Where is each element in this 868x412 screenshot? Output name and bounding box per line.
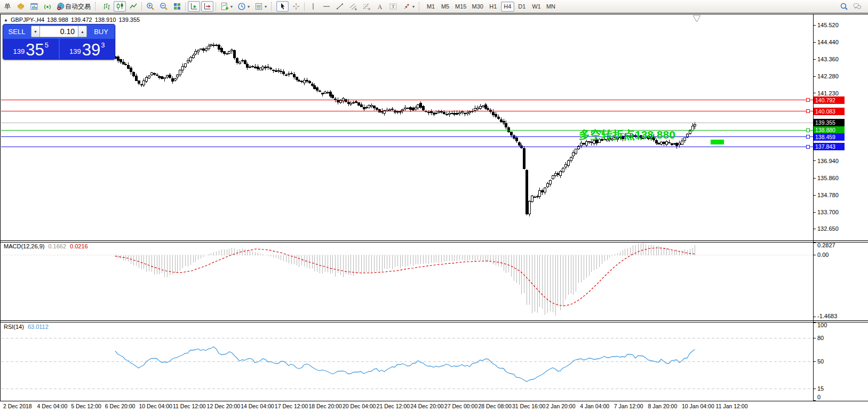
- chart-shift-marker[interactable]: [693, 15, 700, 22]
- volume-stepper: ▼ ▲: [30, 25, 87, 38]
- support-line-handle[interactable]: [807, 145, 810, 148]
- text-label-button[interactable]: T: [387, 1, 399, 12]
- support-line-handle[interactable]: [807, 135, 810, 139]
- macd-axis-label: -1.4683: [817, 313, 837, 319]
- equidistant-channel-button[interactable]: E: [347, 1, 359, 12]
- timeframe-m30-button[interactable]: M30: [469, 2, 485, 12]
- macd-histogram: [1, 243, 813, 316]
- top-toolbar: 单自动交易▾▾▾EFAT▾M1M5M15M30H1H4D1W1MN: [0, 0, 868, 13]
- volume-input[interactable]: [40, 26, 78, 37]
- time-tick-label: 31 Dec 16:00: [512, 403, 546, 409]
- indicators-list-button[interactable]: ▾: [218, 1, 234, 12]
- volume-decrease-button[interactable]: ▼: [31, 26, 40, 37]
- toolbar-gripper: [271, 2, 274, 11]
- trendline-button[interactable]: [333, 1, 346, 12]
- sell-price-figure: 139: [13, 47, 25, 55]
- tile-windows-button[interactable]: [171, 1, 183, 12]
- buy-price-display[interactable]: 139393: [60, 39, 115, 59]
- price-line-label-text: 140.083: [815, 108, 835, 115]
- price-tick-label: 145.520: [817, 22, 839, 28]
- time-tick-label: 17 Dec 12:00: [275, 403, 308, 409]
- timeframe-d1-button[interactable]: D1: [515, 2, 529, 12]
- arrows-icon: [402, 2, 411, 11]
- bar-chart-button[interactable]: [100, 1, 113, 12]
- price-line-label-text: 139.355: [815, 119, 835, 126]
- autotrading-button[interactable]: 自动交易: [54, 1, 92, 12]
- time-tick-label: 11 Dec 12:00: [173, 403, 206, 409]
- buy-button[interactable]: BUY: [87, 25, 115, 38]
- metaeditor-button[interactable]: [14, 1, 27, 12]
- timeframe-h1-button[interactable]: H1: [487, 2, 500, 12]
- chat-icon: [853, 2, 862, 11]
- time-tick-label: 20 Dec 04:00: [343, 403, 376, 409]
- chart-canvas[interactable]: 140.792140.083139.355138.880138.459137.8…: [0, 0, 868, 412]
- symbol-period-label: GBPJPY-,H4: [11, 17, 44, 23]
- vertical-line-icon: [308, 2, 317, 11]
- time-tick-label: 7 Jan 12:00: [614, 403, 643, 409]
- signal-icon: [43, 2, 52, 11]
- volume-increase-button[interactable]: ▲: [78, 26, 87, 37]
- timeframe-h4-button[interactable]: H4: [501, 2, 514, 12]
- zoom-out-button[interactable]: [157, 1, 170, 12]
- timeframe-m15-button[interactable]: M15: [453, 2, 468, 12]
- time-tick-label: 2 Jan 20:00: [546, 403, 576, 409]
- timeframe-m5-button[interactable]: M5: [439, 2, 452, 12]
- time-tick-label: 10 Dec 04:00: [139, 403, 172, 409]
- svg-text:E: E: [355, 7, 357, 11]
- new-order-button[interactable]: 单: [2, 1, 13, 12]
- candlestick-chart-button[interactable]: [114, 1, 126, 12]
- line-chart-button[interactable]: [127, 1, 139, 12]
- templates-button[interactable]: ▾: [252, 1, 268, 12]
- crosshair-button[interactable]: [290, 1, 302, 12]
- price-tick-label: 143.360: [817, 56, 839, 62]
- vertical-line-button[interactable]: [307, 1, 319, 12]
- chart-shift-button[interactable]: [201, 1, 213, 12]
- timeframe-mn-button[interactable]: MN: [544, 2, 558, 12]
- time-axis[interactable]: 2 Dec 20184 Dec 04:005 Dec 12:006 Dec 20…: [3, 403, 748, 409]
- dropdown-caret-icon: ▾: [230, 4, 233, 9]
- rsi-axis-label: 80: [817, 335, 824, 341]
- one-click-trading-panel: SELL ▼ ▲ BUY 139355 139393: [3, 24, 115, 60]
- new-chart-button[interactable]: [28, 1, 40, 12]
- time-tick-label: 11 Jan 12:00: [716, 403, 748, 409]
- price-tick-label: 134.780: [817, 192, 839, 198]
- collapse-chart-icon[interactable]: ▲: [4, 18, 8, 22]
- price-axis[interactable]: 145.520144.440143.360142.280141.230136.9…: [813, 22, 839, 400]
- indicators-icon: [220, 2, 229, 11]
- pivot-annotation-text[interactable]: 多空转折点138.880: [579, 128, 675, 141]
- macd-indicator-label: MACD(12,26,9) 0.1662 0.0216: [4, 243, 88, 249]
- cursor-button[interactable]: [276, 1, 289, 12]
- text-button[interactable]: A: [373, 1, 386, 12]
- fibonacci-retracement-button[interactable]: F: [360, 1, 372, 12]
- time-tick-label: 12 Dec 20:00: [207, 403, 241, 409]
- arrows-button[interactable]: ▾: [400, 1, 416, 12]
- macd-axis-label: 0.00: [817, 252, 829, 258]
- highlight-box[interactable]: [711, 140, 724, 144]
- chart-window-icon: [29, 2, 38, 11]
- svg-text:F: F: [368, 7, 370, 11]
- rsi-axis-label: 50: [817, 358, 824, 365]
- periods-button[interactable]: ▾: [235, 1, 251, 12]
- auto-scroll-button[interactable]: [188, 1, 200, 12]
- search-button[interactable]: [838, 1, 850, 12]
- timeframe-w1-button[interactable]: W1: [530, 2, 543, 12]
- sell-button[interactable]: SELL: [3, 25, 30, 38]
- zoom-in-button[interactable]: [144, 1, 156, 12]
- pivot-line-handle[interactable]: [807, 128, 810, 132]
- rsi-line: [115, 347, 695, 382]
- buy-price-figure: 139: [69, 47, 81, 55]
- dropdown-caret-icon: ▾: [248, 4, 250, 9]
- bar-chart-icon: [102, 2, 111, 11]
- community-chat-button[interactable]: [851, 1, 863, 12]
- resistance-line-handle[interactable]: [807, 110, 810, 113]
- price-line-label-text: 140.792: [815, 97, 835, 103]
- sell-price-display[interactable]: 139355: [3, 39, 59, 59]
- price-tick-label: 135.860: [817, 175, 839, 181]
- timeframe-m1-button[interactable]: M1: [424, 2, 437, 12]
- resistance-line-handle[interactable]: [807, 99, 810, 102]
- candlestick-icon: [115, 2, 124, 11]
- clock-icon: [237, 2, 246, 11]
- horizontal-line-button[interactable]: [320, 1, 332, 12]
- signals-button[interactable]: [41, 1, 53, 12]
- rsi-value: 63.0112: [28, 324, 49, 330]
